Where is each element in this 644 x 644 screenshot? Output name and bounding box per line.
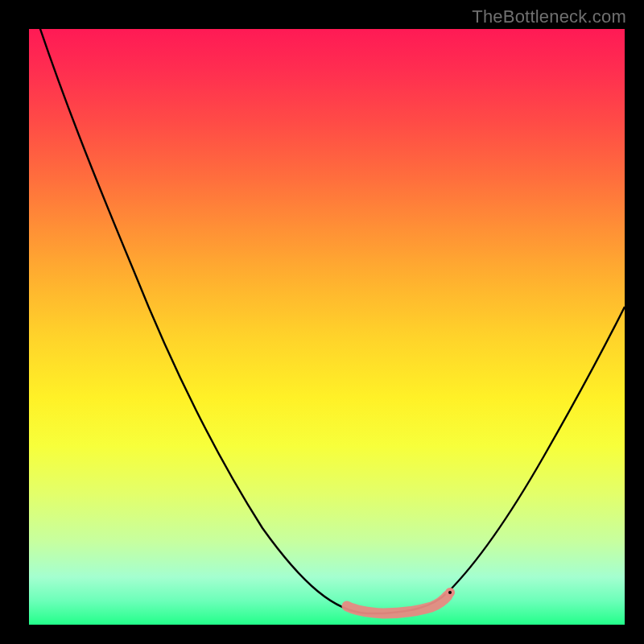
chart-frame: TheBottleneck.com — [0, 0, 644, 644]
highlight-band-path — [347, 596, 448, 613]
highlight-dot-right-inner — [448, 591, 452, 594]
plot-area — [29, 29, 625, 625]
curve-layer — [29, 29, 625, 625]
attribution-label: TheBottleneck.com — [472, 6, 626, 27]
bottleneck-curve-path — [32, 29, 625, 613]
